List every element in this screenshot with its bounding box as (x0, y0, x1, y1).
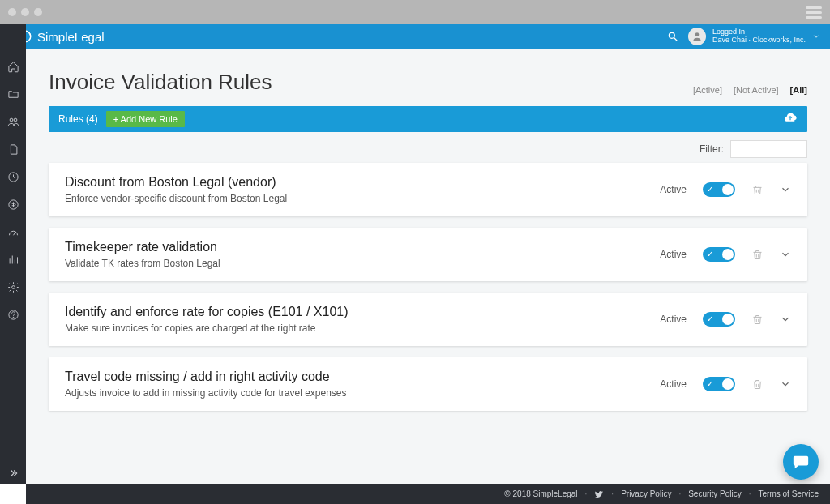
rule-card: Identify and enforce rate for copies (E1… (49, 293, 807, 346)
rule-title: Travel code missing / add in right activ… (65, 369, 630, 384)
rule-title: Timekeeper rate validation (65, 240, 630, 254)
user-text: Logged In Dave Chai · Clockworks, Inc. (712, 28, 806, 45)
svg-point-5 (14, 118, 17, 122)
chevron-down-icon (780, 249, 791, 260)
svg-point-1 (669, 32, 674, 38)
filter-row: Filter: (26, 132, 830, 163)
main-content: Invoice Validation Rules [Active] [Not A… (26, 49, 830, 484)
footer-terms-link[interactable]: Terms of Service (759, 489, 819, 498)
chat-launcher[interactable] (783, 444, 819, 480)
check-icon: ✓ (707, 250, 713, 258)
filter-not-active[interactable]: [Not Active] (734, 85, 779, 95)
rule-description: Adjusts invoice to add in missing activi… (65, 387, 630, 399)
svg-point-4 (10, 118, 13, 122)
chevron-down-icon (812, 29, 820, 44)
check-icon: ✓ (707, 315, 713, 323)
user-line: Dave Chai · Clockworks, Inc. (712, 36, 806, 45)
chat-icon (792, 453, 810, 471)
search-icon[interactable] (667, 31, 678, 42)
delete-rule-button[interactable] (751, 314, 764, 326)
rule-description: Enforce vendor-specific discount from Bo… (65, 193, 630, 204)
status-filter-links: [Active] [Not Active] [All] (693, 85, 807, 95)
rule-active-toggle[interactable]: ✓ (703, 182, 735, 197)
rule-status-label: Active (646, 249, 687, 260)
svg-point-10 (13, 317, 14, 318)
sidebar-item-reports[interactable] (0, 250, 26, 269)
trash-icon (751, 249, 764, 261)
rule-active-toggle[interactable]: ✓ (703, 247, 735, 262)
rule-list: Discount from Boston Legal (vendor) Enfo… (26, 163, 830, 411)
svg-line-2 (674, 38, 678, 41)
footer-security-link[interactable]: Security Policy (688, 489, 742, 498)
footer: © 2018 SimpleLegal · · Privacy Policy · … (26, 484, 830, 504)
rule-card: Travel code missing / add in right activ… (49, 357, 807, 411)
sidebar-item-dashboard[interactable] (0, 222, 26, 241)
check-icon: ✓ (707, 186, 713, 194)
filter-all[interactable]: [All] (790, 85, 807, 95)
window-zoom-dot[interactable] (34, 8, 42, 16)
cloud-upload-icon[interactable] (783, 111, 798, 128)
app-header: SimpleLegal Logged In Dave Chai · Clockw… (0, 24, 830, 49)
brand-name: SimpleLegal (37, 30, 105, 44)
rule-description: Make sure invoices for copies are charge… (65, 322, 630, 334)
footer-copyright: © 2018 SimpleLegal (504, 489, 577, 498)
rule-status-label: Active (646, 378, 687, 390)
sidebar-item-home[interactable] (0, 57, 26, 76)
page-title: Invoice Validation Rules (49, 70, 272, 95)
delete-rule-button[interactable] (751, 184, 764, 196)
svg-point-8 (11, 285, 15, 288)
rule-card: Timekeeper rate validation Validate TK r… (49, 228, 807, 281)
sidebar-item-documents[interactable] (0, 139, 26, 159)
browser-chrome (0, 0, 830, 24)
delete-rule-button[interactable] (751, 249, 764, 261)
sidebar-item-folder[interactable] (0, 84, 26, 104)
sidebar-collapse[interactable] (0, 468, 26, 479)
footer-privacy-link[interactable]: Privacy Policy (621, 489, 671, 498)
expand-rule-button[interactable] (780, 249, 791, 260)
rule-status-label: Active (646, 314, 687, 325)
sidebar-item-people[interactable] (0, 112, 26, 131)
trash-icon (751, 184, 764, 196)
rule-status-label: Active (646, 184, 687, 195)
rule-card: Discount from Boston Legal (vendor) Enfo… (49, 163, 807, 216)
chevron-down-icon (780, 314, 791, 325)
twitter-icon[interactable] (594, 489, 604, 498)
sidebar-item-settings[interactable] (0, 277, 26, 297)
rule-description: Validate TK rates from Boston Legal (65, 258, 630, 269)
chrome-menu-icon[interactable] (806, 6, 822, 19)
avatar (688, 28, 706, 45)
user-menu[interactable]: Logged In Dave Chai · Clockworks, Inc. (688, 28, 820, 45)
sidebar-item-billing[interactable] (0, 194, 26, 214)
chevron-down-icon (780, 378, 791, 390)
sidebar-item-help[interactable] (0, 305, 26, 324)
svg-point-3 (695, 32, 700, 36)
rule-title: Discount from Boston Legal (vendor) (65, 175, 630, 190)
rule-active-toggle[interactable]: ✓ (703, 377, 735, 391)
rule-title: Identify and enforce rate for copies (E1… (65, 305, 630, 319)
trash-icon (751, 378, 764, 391)
expand-rule-button[interactable] (780, 314, 791, 325)
rules-count: Rules (4) (58, 113, 98, 125)
window-controls[interactable] (8, 8, 42, 16)
filter-active[interactable]: [Active] (693, 85, 722, 95)
sidebar (0, 24, 26, 484)
chevron-down-icon (780, 184, 791, 195)
rules-bar: Rules (4) + Add New Rule (49, 106, 807, 132)
rule-active-toggle[interactable]: ✓ (703, 312, 735, 327)
add-rule-button[interactable]: + Add New Rule (106, 111, 185, 127)
filter-label: Filter: (700, 143, 724, 155)
expand-rule-button[interactable] (780, 184, 791, 195)
trash-icon (751, 314, 764, 326)
delete-rule-button[interactable] (751, 378, 764, 391)
window-minimize-dot[interactable] (21, 8, 29, 16)
filter-input[interactable] (730, 140, 807, 158)
check-icon: ✓ (707, 380, 713, 388)
window-close-dot[interactable] (8, 8, 16, 16)
expand-rule-button[interactable] (780, 378, 791, 390)
brand-logo[interactable]: SimpleLegal (18, 29, 105, 44)
sidebar-item-time[interactable] (0, 167, 26, 186)
